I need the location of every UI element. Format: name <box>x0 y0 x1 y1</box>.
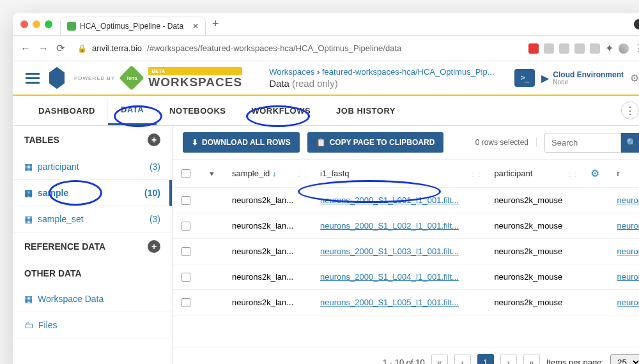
column-resize-handle[interactable]: ⋮⋮ <box>296 170 309 177</box>
cell-fastq-link[interactable]: neurons_2000_S1_L003_I1_001.filt... <box>320 246 459 256</box>
table-icon: ▦ <box>24 188 33 198</box>
tab-workflows[interactable]: WORKFLOWS <box>238 97 323 125</box>
address-bar[interactable]: 🔒 anvil.terra.bio/#workspaces/featured-w… <box>72 41 521 56</box>
sidebar-item-participant[interactable]: ▦participant (3) <box>13 154 172 180</box>
extension-icon[interactable] <box>528 43 539 54</box>
column-settings-gear-icon[interactable]: ⚙ <box>590 168 599 179</box>
row-checkbox[interactable] <box>181 196 190 205</box>
search-button[interactable]: 🔍 <box>621 133 639 153</box>
copy-clipboard-button[interactable]: 📋COPY PAGE TO CLIPBOARD <box>307 132 444 153</box>
count-badge: (3) <box>150 162 160 172</box>
cell-fastq-link[interactable]: neurons_2000_S1_L005_I1_001.filt... <box>320 298 459 307</box>
download-all-rows-button[interactable]: ⬇DOWNLOAD ALL ROWS <box>183 132 300 153</box>
back-button[interactable]: ← <box>20 43 31 54</box>
minimize-window-button[interactable] <box>33 20 40 28</box>
cell-fastq-link[interactable]: neurons_2000_S1_L001_I1_001.filt... <box>320 195 459 205</box>
breadcrumb-workspaces-link[interactable]: Workspaces <box>269 67 314 77</box>
hamburger-menu-icon[interactable] <box>26 70 40 86</box>
sidebar-item-sample-set[interactable]: ▦sample_set (3) <box>13 206 172 232</box>
profile-avatar[interactable] <box>619 43 629 54</box>
prev-page-button[interactable]: ‹ <box>454 354 471 364</box>
breadcrumb-path-link[interactable]: featured-workspaces-hca/HCA_Optimus_Pip.… <box>322 67 495 77</box>
cell-fastq-link[interactable]: neurons_2000_S1_L002_I1_001.filt... <box>320 221 459 231</box>
table-header-row: ▾ sample_id ↓⋮⋮ i1_fastq⋮⋮ participant⋮⋮… <box>173 160 639 188</box>
content-area: ⬇DOWNLOAD ALL ROWS 📋COPY PAGE TO CLIPBOA… <box>173 126 639 364</box>
data-table-wrapper: ▾ sample_id ↓⋮⋮ i1_fastq⋮⋮ participant⋮⋮… <box>173 160 639 347</box>
close-window-button[interactable] <box>20 20 28 28</box>
column-header-i1-fastq[interactable]: i1_fastq⋮⋮ <box>311 160 485 188</box>
cell-truncated-link[interactable]: neuron <box>617 221 639 231</box>
sidebar-item-files[interactable]: 🗀Files <box>13 312 172 338</box>
row-checkbox[interactable] <box>181 298 190 307</box>
cloud-environment-button[interactable]: ▶ Cloud Environment None <box>541 71 624 86</box>
settings-gear-icon[interactable]: ⚙ <box>630 72 639 84</box>
tab-job-history[interactable]: JOB HISTORY <box>323 97 408 125</box>
extension-icon[interactable] <box>544 43 554 54</box>
terminal-icon[interactable]: >_ <box>514 69 535 87</box>
row-checkbox[interactable] <box>181 273 190 282</box>
download-icon: ⬇ <box>192 138 198 147</box>
last-page-button[interactable]: » <box>523 354 540 364</box>
tab-favicon <box>67 22 76 31</box>
table-row: neurons2k_lan... neurons_2000_S1_L002_I1… <box>173 213 639 239</box>
extension-icon[interactable] <box>590 43 600 54</box>
data-toolbar: ⬇DOWNLOAD ALL ROWS 📋COPY PAGE TO CLIPBOA… <box>173 126 639 160</box>
next-page-button[interactable]: › <box>500 354 517 364</box>
sidebar-reference-data-header: REFERENCE DATA + <box>13 232 172 261</box>
select-menu-chevron-icon[interactable]: ▾ <box>210 169 214 178</box>
lock-icon: 🔒 <box>77 44 87 53</box>
forward-button[interactable]: → <box>38 43 49 54</box>
more-menu-icon[interactable]: ⋮ <box>621 102 639 119</box>
table-icon: ▦ <box>24 294 33 304</box>
column-header-truncated[interactable]: r <box>608 160 639 188</box>
cell-truncated-link[interactable]: neuron <box>617 195 639 205</box>
main-tabs: DASHBOARD DATA NOTEBOOKS WORKFLOWS JOB H… <box>13 96 639 126</box>
select-all-checkbox[interactable] <box>181 169 190 178</box>
cell-fastq-link[interactable]: neurons_2000_S1_L004_I1_001.filt... <box>320 272 459 282</box>
cell-truncated-link[interactable]: neuron <box>617 272 639 282</box>
traffic-lights <box>20 20 52 28</box>
rows-selected-label: 0 rows selected <box>475 138 537 147</box>
column-resize-handle[interactable]: ⋮⋮ <box>470 170 482 177</box>
read-only-label: (read only) <box>292 78 338 89</box>
reload-button[interactable]: ⟳ <box>56 42 65 54</box>
extension-icon[interactable] <box>559 43 569 54</box>
tab-dashboard[interactable]: DASHBOARD <box>26 97 108 125</box>
cell-truncated-link[interactable]: neuron <box>617 298 639 307</box>
search-input[interactable] <box>544 133 621 153</box>
page-number-button[interactable]: 1 <box>477 354 494 364</box>
column-header-participant[interactable]: participant⋮⋮ <box>485 160 581 188</box>
sidebar-other-data-header: OTHER DATA <box>13 261 172 286</box>
maximize-window-button[interactable] <box>45 20 52 28</box>
browser-toolbar: ← → ⟳ 🔒 anvil.terra.bio/#workspaces/feat… <box>13 36 639 61</box>
url-host: anvil.terra.bio <box>92 43 142 53</box>
window-titlebar: HCA_Optimus_Pipeline - Data ✕ + <box>13 13 639 36</box>
page-range-label: 1 - 10 of 10 <box>383 358 425 365</box>
items-per-page-select[interactable]: 25 <box>610 354 639 365</box>
close-tab-icon[interactable]: ✕ <box>192 22 199 31</box>
sidebar-item-workspace-data[interactable]: ▦Workspace Data <box>13 286 172 312</box>
beta-badge: BETA <box>148 67 242 75</box>
row-checkbox[interactable] <box>181 222 190 231</box>
pagination: 1 - 10 of 10 « ‹ 1 › » Items per page: 2… <box>173 347 639 364</box>
extension-icon[interactable] <box>574 43 585 54</box>
row-checkbox[interactable] <box>181 247 190 256</box>
add-table-button[interactable]: + <box>148 133 160 146</box>
column-resize-handle[interactable]: ⋮⋮ <box>566 170 579 177</box>
search-icon: 🔍 <box>626 138 637 148</box>
column-header-sample-id[interactable]: sample_id ↓⋮⋮ <box>223 160 311 188</box>
breadcrumb: Workspaces › featured-workspaces-hca/HCA… <box>269 67 494 89</box>
powered-by-label: POWERED BY <box>74 75 115 81</box>
first-page-button[interactable]: « <box>431 354 448 364</box>
browser-tab[interactable]: HCA_Optimus_Pipeline - Data ✕ <box>60 17 206 36</box>
tab-notebooks[interactable]: NOTEBOOKS <box>157 97 238 125</box>
browser-profile-icon[interactable] <box>634 19 639 29</box>
anvil-logo <box>47 66 66 89</box>
browser-menu-icon[interactable]: ⋮ <box>634 42 639 54</box>
sidebar-item-sample[interactable]: ▦sample (10) <box>13 180 172 206</box>
extensions-menu-icon[interactable]: ✦ <box>605 42 613 54</box>
new-tab-button[interactable]: + <box>212 17 219 31</box>
cell-truncated-link[interactable]: neuron <box>617 246 639 256</box>
add-reference-button[interactable]: + <box>148 240 160 253</box>
tab-data[interactable]: DATA <box>108 96 157 125</box>
